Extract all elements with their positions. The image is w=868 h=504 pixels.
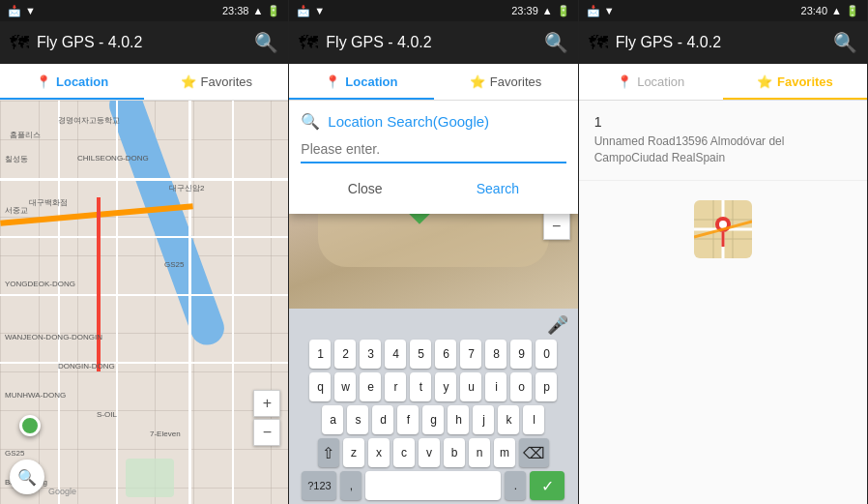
favorites-tab-label-2: Favorites [490, 74, 541, 89]
app-title-3: Fly GPS - 4.0.2 [616, 34, 825, 51]
tab-bar-1: 📍 Location ⭐ Favorites [0, 64, 288, 101]
dialog-input-row[interactable] [301, 140, 565, 163]
key-2[interactable]: 2 [334, 340, 356, 369]
my-location-button-1[interactable]: 🔍 [10, 460, 44, 494]
key-p[interactable]: p [535, 372, 557, 401]
status-right-1: 23:38 ▲ 🔋 [222, 5, 280, 17]
key-x[interactable]: x [368, 438, 390, 467]
dialog-title: Location Search(Google) [328, 113, 489, 130]
tab-favorites-1[interactable]: ⭐ Favorites [144, 64, 288, 100]
dialog-title-row: 🔍 Location Search(Google) [301, 112, 565, 131]
key-6[interactable]: 6 [435, 340, 456, 369]
key-o[interactable]: o [510, 372, 532, 401]
favorites-list: 1 Unnamed Road13596 Almodóvar delCampoCi… [579, 101, 867, 504]
favorites-map-icon-area [579, 181, 867, 278]
signal-icon-3: ▼ [604, 5, 615, 16]
status-right-2: 23:39 ▲ 🔋 [511, 5, 569, 17]
key-i[interactable]: i [485, 372, 506, 401]
search-button-1[interactable]: 🔍 [254, 31, 278, 54]
key-b[interactable]: b [444, 438, 465, 467]
key-4[interactable]: 4 [385, 340, 406, 369]
map-label-4: CHILSEONG-DONG [77, 154, 149, 163]
search-dialog: 🔍 Location Search(Google) Close Search [289, 101, 577, 214]
key-9[interactable]: 9 [510, 340, 532, 369]
zoom-in-button-1[interactable]: + [253, 390, 280, 417]
key-1[interactable]: 1 [309, 340, 331, 369]
key-g[interactable]: g [422, 405, 444, 434]
key-k[interactable]: k [498, 405, 519, 434]
key-h[interactable]: h [448, 405, 469, 434]
map-label-11: DONGIN-DONG [58, 362, 115, 371]
comma-key[interactable]: , [340, 471, 362, 500]
key-z[interactable]: z [343, 438, 364, 467]
key-8[interactable]: 8 [485, 340, 506, 369]
microphone-icon[interactable]: 🎤 [547, 314, 568, 336]
tab-location-1[interactable]: 📍 Location [0, 64, 144, 100]
current-location-marker-1 [19, 415, 41, 436]
dialog-search-icon: 🔍 [301, 112, 320, 131]
app-title-2: Fly GPS - 4.0.2 [326, 34, 535, 51]
tab-favorites-3[interactable]: ⭐ Favorites [723, 64, 867, 100]
space-key[interactable] [365, 471, 501, 500]
key-u[interactable]: u [460, 372, 481, 401]
key-n[interactable]: n [469, 438, 490, 467]
list-item[interactable]: 1 Unnamed Road13596 Almodóvar delCampoCi… [579, 101, 867, 181]
key-l[interactable]: l [523, 405, 544, 434]
location-tab-label-2: Location [345, 74, 397, 89]
wifi-icon-1: ▲ [252, 5, 263, 16]
key-5[interactable]: 5 [410, 340, 431, 369]
key-e[interactable]: e [360, 372, 381, 401]
key-f[interactable]: f [397, 405, 419, 434]
key-m[interactable]: m [494, 438, 515, 467]
zoom-out-button-1[interactable]: − [253, 419, 280, 446]
status-left-1: 📩 ▼ [8, 5, 36, 17]
road-h2 [0, 236, 288, 238]
dialog-buttons: Close Search [301, 175, 565, 202]
favorites-tab-label-3: Favorites [777, 74, 833, 89]
notification-icon-2: 📩 [297, 5, 310, 17]
map-label-8: GS25 [164, 260, 184, 269]
key-d[interactable]: d [372, 405, 393, 434]
tab-bar-2: 📍 Location ⭐ Favorites [289, 64, 577, 101]
map-label-14: 7-Eleven [150, 430, 181, 438]
key-q[interactable]: q [309, 372, 331, 401]
close-button[interactable]: Close [329, 175, 402, 202]
key-j[interactable]: j [473, 405, 494, 434]
period-key[interactable]: . [505, 471, 526, 500]
tab-favorites-2[interactable]: ⭐ Favorites [434, 64, 578, 100]
key-y[interactable]: y [435, 372, 456, 401]
app-logo-3: 🗺 [589, 32, 608, 54]
key-r[interactable]: r [385, 372, 406, 401]
backspace-key[interactable]: ⌫ [519, 438, 549, 467]
status-left-2: 📩 ▼ [297, 5, 325, 17]
location-search-input[interactable] [301, 141, 565, 157]
keyboard-row-asdf: a s d f g h j k l [291, 405, 575, 434]
search-button-3[interactable]: 🔍 [833, 31, 857, 54]
key-7[interactable]: 7 [460, 340, 481, 369]
map-label-12: MUNHWA-DONG [5, 391, 66, 400]
key-a[interactable]: a [322, 405, 343, 434]
shift-key[interactable]: ⇧ [318, 438, 339, 467]
map-view-1[interactable]: 홈플리스 경명여자고등학교 칠성동 CHILSEONG-DONG 대구백화점 대… [0, 101, 288, 504]
favorites-tab-icon-3: ⭐ [757, 74, 772, 89]
zoom-out-button-2[interactable]: − [543, 213, 570, 240]
search-button-2[interactable]: 🔍 [544, 31, 568, 54]
key-c[interactable]: c [393, 438, 415, 467]
key-t[interactable]: t [410, 372, 431, 401]
key-w[interactable]: w [334, 372, 356, 401]
map-background-1: 홈플리스 경명여자고등학교 칠성동 CHILSEONG-DONG 대구백화점 대… [0, 101, 288, 504]
key-s[interactable]: s [347, 405, 368, 434]
key-v[interactable]: v [419, 438, 440, 467]
search-dialog-button[interactable]: Search [457, 175, 538, 202]
num-key[interactable]: ?123 [302, 471, 336, 500]
tab-location-3[interactable]: 📍 Location [579, 64, 723, 100]
app-bar-2: 🗺 Fly GPS - 4.0.2 🔍 [289, 21, 577, 64]
key-3[interactable]: 3 [360, 340, 381, 369]
enter-key[interactable]: ✓ [530, 471, 564, 500]
road-v4 [232, 101, 234, 504]
key-0[interactable]: 0 [535, 340, 557, 369]
time-1: 23:38 [222, 5, 249, 16]
signal-icon: ▼ [25, 5, 36, 16]
battery-icon-3: 🔋 [846, 5, 859, 17]
tab-location-2[interactable]: 📍 Location [289, 64, 433, 100]
